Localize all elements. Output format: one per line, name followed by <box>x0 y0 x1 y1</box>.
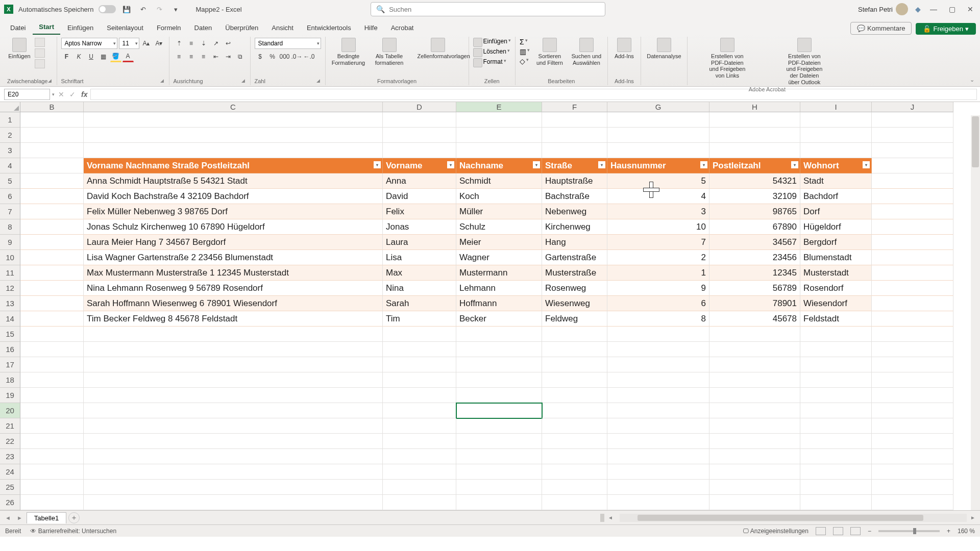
tab-acrobat[interactable]: Acrobat <box>385 21 420 35</box>
cell[interactable] <box>607 357 709 372</box>
cell[interactable]: 7 <box>607 235 709 250</box>
row-header-21[interactable]: 21 <box>0 418 20 434</box>
cell[interactable]: Lehmann <box>456 281 542 296</box>
name-box[interactable]: E20 <box>4 89 50 100</box>
cell[interactable] <box>872 250 953 265</box>
cell[interactable] <box>383 449 456 464</box>
cell[interactable] <box>872 219 953 235</box>
row-header-6[interactable]: 6 <box>0 189 20 204</box>
cell[interactable]: Bachstraße <box>542 189 607 204</box>
cell[interactable] <box>383 388 456 403</box>
cell[interactable]: David <box>383 189 456 204</box>
cell[interactable] <box>20 357 84 372</box>
cell[interactable] <box>800 128 872 143</box>
row-header-22[interactable]: 22 <box>0 434 20 449</box>
cell[interactable]: Mustermann <box>456 265 542 281</box>
cell[interactable] <box>456 434 542 449</box>
analyze-data-button[interactable]: Datenanalyse <box>645 38 683 59</box>
cell[interactable]: 98765 <box>709 204 800 219</box>
comma-icon[interactable]: 000 <box>279 51 290 62</box>
cell[interactable]: Musterstraße <box>542 265 607 281</box>
cell[interactable] <box>456 495 542 510</box>
cell[interactable]: Hauptstraße <box>542 173 607 189</box>
paste-button[interactable]: Einfügen <box>7 38 32 59</box>
cell[interactable] <box>872 434 953 449</box>
cell[interactable] <box>84 372 383 388</box>
cell[interactable] <box>20 327 84 342</box>
cell[interactable] <box>800 449 872 464</box>
cell[interactable] <box>20 464 84 480</box>
font-color-icon[interactable]: A <box>122 51 134 62</box>
tab-formulas[interactable]: Formeln <box>151 21 187 35</box>
cell[interactable] <box>872 281 953 296</box>
tab-splitter[interactable] <box>600 514 604 522</box>
cell[interactable] <box>383 480 456 495</box>
cell[interactable]: 32109 <box>709 189 800 204</box>
cell[interactable] <box>542 434 607 449</box>
cell[interactable]: Bachdorf <box>800 189 872 204</box>
cell[interactable] <box>709 128 800 143</box>
cell[interactable] <box>542 495 607 510</box>
cut-icon[interactable] <box>35 38 45 47</box>
row-header-24[interactable]: 24 <box>0 464 20 480</box>
cell[interactable] <box>383 128 456 143</box>
align-center-icon[interactable]: ≡ <box>186 51 197 62</box>
cell[interactable] <box>383 327 456 342</box>
cell[interactable]: 78901 <box>709 296 800 311</box>
tab-insert[interactable]: Einfügen <box>61 21 100 35</box>
search-input[interactable] <box>389 6 600 13</box>
cell[interactable] <box>383 357 456 372</box>
copy-icon[interactable] <box>35 48 45 58</box>
insert-cells-icon[interactable] <box>473 38 482 47</box>
cell[interactable] <box>20 495 84 510</box>
cell[interactable]: Hausnummer▾ <box>607 158 709 173</box>
cell[interactable]: Feldstadt <box>800 311 872 327</box>
cell[interactable] <box>872 204 953 219</box>
cell[interactable] <box>20 418 84 434</box>
tab-help[interactable]: Hilfe <box>358 21 384 35</box>
cell[interactable] <box>20 388 84 403</box>
cell[interactable] <box>800 418 872 434</box>
minimize-icon[interactable]: ― <box>928 5 939 13</box>
cell[interactable] <box>20 173 84 189</box>
cell[interactable] <box>84 403 383 418</box>
cell[interactable]: Bergdorf <box>800 235 872 250</box>
sheet-nav-prev-icon[interactable]: ◄ <box>3 515 13 521</box>
cell[interactable] <box>709 495 800 510</box>
cell[interactable] <box>20 449 84 464</box>
tab-file[interactable]: Datei <box>4 21 32 35</box>
cell[interactable] <box>872 296 953 311</box>
comments-button[interactable]: 💬 Kommentare <box>850 22 912 35</box>
cell[interactable] <box>872 495 953 510</box>
cell[interactable]: 34567 <box>709 235 800 250</box>
filter-dropdown-icon[interactable]: ▾ <box>598 161 605 168</box>
cell[interactable] <box>84 357 383 372</box>
cell[interactable] <box>800 495 872 510</box>
cell[interactable]: Schmidt <box>456 173 542 189</box>
display-settings[interactable]: 🖵 Anzeigeeinstellungen <box>743 528 808 535</box>
cell[interactable] <box>800 480 872 495</box>
tab-pagelayout[interactable]: Seitenlayout <box>101 21 150 35</box>
cell[interactable] <box>84 418 383 434</box>
clipboard-launcher-icon[interactable]: ◢ <box>48 78 53 83</box>
number-launcher-icon[interactable]: ◢ <box>316 78 321 83</box>
cell[interactable] <box>800 112 872 128</box>
row-header-1[interactable]: 1 <box>0 112 20 128</box>
row-header-3[interactable]: 3 <box>0 143 20 158</box>
row-header-5[interactable]: 5 <box>0 173 20 189</box>
cell[interactable] <box>542 143 607 158</box>
cell[interactable] <box>607 480 709 495</box>
filter-dropdown-icon[interactable]: ▾ <box>863 161 870 168</box>
col-header-I[interactable]: I <box>800 102 872 112</box>
cell[interactable]: Vorname Nachname Straße Postleitzahl▾ <box>84 158 383 173</box>
cell[interactable]: Musterstadt <box>800 265 872 281</box>
cell[interactable]: David Koch Bachstraße 4 32109 Bachdorf <box>84 189 383 204</box>
cell[interactable] <box>20 342 84 357</box>
tab-review[interactable]: Überprüfen <box>219 21 264 35</box>
currency-icon[interactable]: $ <box>255 51 266 62</box>
hscroll-left-icon[interactable]: ◄ <box>606 515 615 520</box>
cell[interactable] <box>607 342 709 357</box>
user-account[interactable]: Stefan Petri <box>858 3 908 15</box>
view-normal-icon[interactable] <box>816 527 826 535</box>
cell[interactable] <box>542 372 607 388</box>
